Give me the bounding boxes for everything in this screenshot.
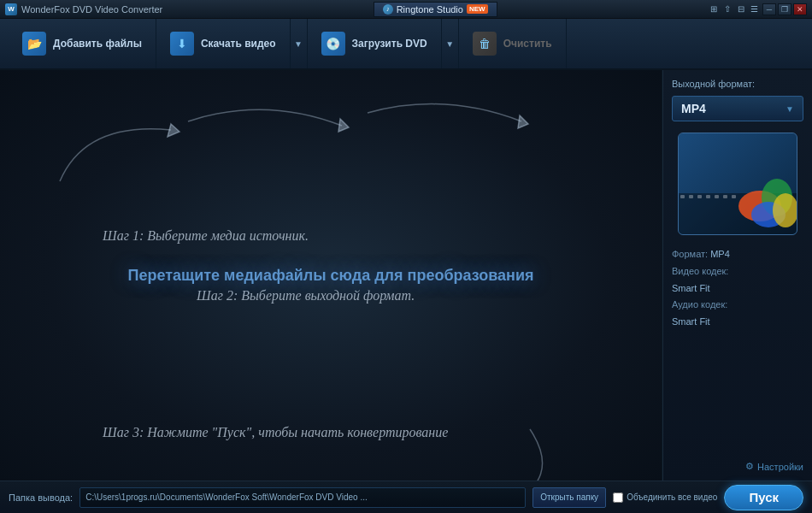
add-files-label: Добавить файлы	[53, 38, 142, 50]
output-path-field[interactable]: C:\Users\1progs.ru\Documents\WonderFox S…	[79, 487, 526, 508]
new-badge: NEW	[467, 4, 488, 14]
format-info: Формат: MP4 Видео кодек: Smart Fit Аудио…	[672, 246, 803, 331]
gear-icon: ⚙	[745, 461, 754, 472]
merge-checkbox-input[interactable]	[613, 492, 623, 503]
load-dvd-button[interactable]: 💿 Загрузить DVD	[308, 19, 442, 68]
svg-rect-13	[706, 195, 710, 198]
start-button[interactable]: Пуск	[724, 485, 803, 510]
close-button[interactable]: ✕	[793, 3, 807, 15]
toolbar-icon-1: ⊞	[708, 3, 720, 15]
open-folder-label: Открыть папку	[540, 492, 598, 502]
tab-ringtone-studio[interactable]: ♪ Ringtone Studio NEW	[374, 2, 497, 17]
toolbar-icon-2: ⇧	[721, 3, 733, 15]
format-dropdown[interactable]: MP4 ▼	[672, 96, 803, 121]
add-files-icon: 📂	[22, 32, 46, 56]
minimize-button[interactable]: ─	[762, 3, 776, 15]
output-folder-label: Папка вывода:	[9, 492, 73, 503]
fi-ac-val: Smart Fit	[672, 316, 710, 327]
ringtone-tab-icon: ♪	[383, 4, 393, 15]
fi-format-lbl: Формат:	[672, 249, 708, 259]
toolbar-icon-3: ⊟	[735, 3, 747, 15]
load-dvd-dropdown[interactable]: ▼	[442, 19, 459, 68]
app-title: WonderFox DVD Video Converter	[21, 4, 162, 15]
toolbar-icon-4: ☰	[749, 3, 761, 15]
merge-label: Объединить все видео	[627, 492, 717, 502]
svg-rect-11	[689, 195, 693, 198]
svg-rect-10	[680, 195, 685, 198]
settings-label: Настройки	[757, 462, 803, 472]
svg-marker-1	[338, 119, 349, 132]
drop-area[interactable]: Шаг 1: Выберите медиа источник. Шаг 2: В…	[0, 70, 662, 481]
right-panel: Выходной формат: MP4 ▼ MP4	[662, 70, 812, 481]
svg-rect-12	[697, 195, 702, 198]
download-video-label: Скачать видео	[201, 38, 276, 50]
open-folder-button[interactable]: Открыть папку	[533, 487, 606, 508]
clear-label: Очистить	[503, 38, 552, 50]
svg-rect-14	[715, 195, 719, 198]
mp4-preview-art	[679, 133, 797, 235]
format-label: Выходной формат:	[672, 79, 803, 89]
svg-marker-2	[518, 115, 528, 128]
title-bar-controls: ⊞ ⇧ ⊟ ☰ ─ ❐ ✕	[708, 3, 807, 15]
svg-marker-0	[168, 124, 179, 137]
bottom-bar: Папка вывода: C:\Users\1progs.ru\Documen…	[0, 481, 812, 513]
load-dvd-label: Загрузить DVD	[352, 38, 427, 50]
drag-hint-text: Перетащите медиафайлы сюда для преобразо…	[127, 267, 533, 285]
load-dvd-icon: 💿	[321, 32, 345, 56]
add-files-button[interactable]: 📂 Добавить файлы	[9, 19, 156, 68]
fi-ac-lbl: Аудио кодек:	[672, 299, 727, 310]
svg-point-9	[773, 193, 797, 227]
main-area: Шаг 1: Выберите медиа источник. Шаг 2: В…	[0, 70, 812, 481]
download-video-dropdown[interactable]: ▼	[291, 19, 308, 68]
download-video-icon: ⬇	[170, 32, 194, 56]
fi-vc-val: Smart Fit	[672, 283, 710, 293]
download-video-button[interactable]: ⬇ Скачать видео	[156, 19, 291, 68]
restore-button[interactable]: ❐	[778, 3, 791, 15]
title-bar-center: ♪ Ringtone Studio NEW	[374, 2, 497, 17]
settings-link[interactable]: ⚙ Настройки	[672, 461, 803, 472]
format-value: MP4	[681, 102, 706, 115]
clear-icon: 🗑	[473, 32, 497, 56]
merge-checkbox-container[interactable]: Объединить все видео	[613, 492, 717, 503]
clear-button[interactable]: 🗑 Очистить	[459, 19, 567, 68]
format-dropdown-arrow: ▼	[786, 104, 794, 114]
format-preview: MP4	[678, 133, 797, 235]
title-bar: W WonderFox DVD Video Converter ♪ Ringto…	[0, 0, 812, 19]
title-bar-left: W WonderFox DVD Video Converter	[5, 3, 162, 15]
toolbar: 📂 Добавить файлы ⬇ Скачать видео ▼ 💿 Заг…	[0, 19, 812, 70]
ringtone-tab-label: Ringtone Studio	[397, 4, 463, 15]
output-path-text: C:\Users\1progs.ru\Documents\WonderFox S…	[85, 492, 368, 502]
svg-rect-15	[723, 195, 727, 198]
svg-rect-16	[732, 195, 736, 198]
app-icon: W	[5, 3, 17, 15]
fi-vc-lbl: Видео кодек:	[672, 266, 728, 276]
